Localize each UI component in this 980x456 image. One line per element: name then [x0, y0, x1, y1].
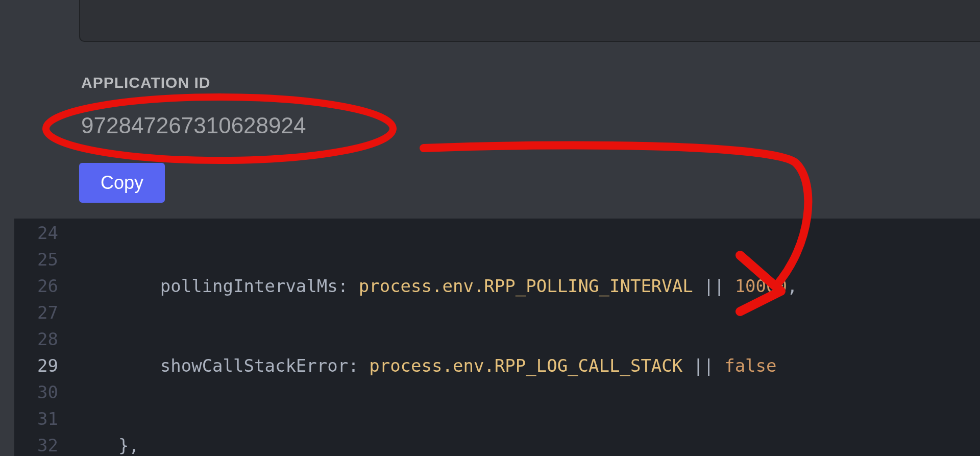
panel-frame-top: [79, 0, 980, 42]
line-number: 30: [14, 379, 58, 405]
line-number: 24: [14, 220, 58, 246]
line-number: 28: [14, 326, 58, 352]
code-editor[interactable]: 24 25 26 27 28 29 30 31 32 pollingInterv…: [14, 219, 980, 456]
line-number: 32: [14, 432, 58, 456]
line-number-gutter: 24 25 26 27 28 29 30 31 32: [14, 219, 70, 456]
code-line: showCallStackError: process.env.RPP_LOG_…: [70, 352, 980, 379]
code-area[interactable]: pollingIntervalMs: process.env.RPP_POLLI…: [70, 219, 980, 456]
code-line: pollingIntervalMs: process.env.RPP_POLLI…: [70, 273, 980, 299]
application-id-value: 972847267310628924: [81, 113, 306, 138]
copy-button[interactable]: Copy: [79, 163, 165, 203]
line-number: 27: [14, 299, 58, 326]
line-number: 25: [14, 246, 58, 273]
line-number: 31: [14, 405, 58, 432]
application-id-label: APPLICATION ID: [81, 74, 306, 91]
line-number: 26: [14, 273, 58, 299]
code-line: },: [70, 432, 980, 456]
line-number: 29: [14, 352, 58, 379]
application-id-section: APPLICATION ID 972847267310628924 Copy: [79, 74, 306, 203]
